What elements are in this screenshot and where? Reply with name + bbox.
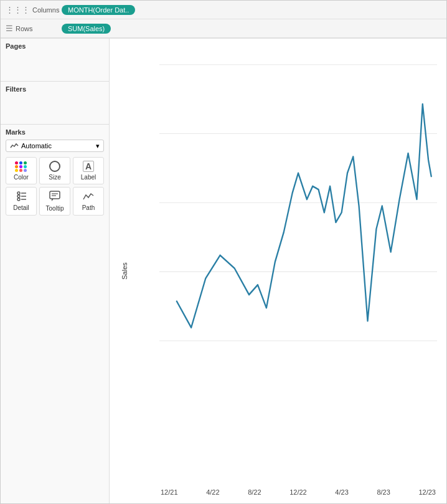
marks-type-dropdown[interactable]: Automatic ▾ — [6, 140, 104, 152]
x-label-423: 4/23 — [335, 488, 348, 496]
size-button[interactable]: Size — [39, 157, 70, 184]
filters-title: Filters — [6, 85, 104, 93]
detail-button[interactable]: Detail — [6, 187, 37, 216]
y-axis-label: Sales — [121, 262, 128, 280]
size-icon — [49, 161, 60, 172]
rows-shelf: ☰ Rows SUM(Sales) — [1, 19, 446, 38]
main-layout: Pages Filters Marks Automatic ▾ — [1, 39, 446, 503]
x-label-823: 8/23 — [377, 488, 390, 496]
color-button[interactable]: Color — [6, 157, 37, 184]
automatic-icon — [10, 141, 19, 150]
path-icon — [83, 191, 94, 202]
tooltip-label: Tooltip — [46, 205, 64, 212]
columns-icon: ⋮⋮⋮ — [6, 5, 30, 14]
x-label-822: 8/22 — [248, 488, 261, 496]
path-label: Path — [82, 204, 95, 211]
chart-svg: $120,000 $90,000 $60,000 $30,000 $0 — [159, 45, 437, 472]
columns-text: Columns — [32, 6, 59, 14]
rows-icon: ☰ — [6, 24, 13, 33]
svg-point-0 — [17, 192, 20, 194]
dropdown-arrow: ▾ — [96, 142, 100, 150]
detail-icon — [16, 191, 27, 202]
label-icon: A — [83, 161, 94, 172]
path-button[interactable]: Path — [73, 187, 104, 216]
chart-inner: $120,000 $90,000 $60,000 $30,000 $0 12/2… — [159, 45, 437, 472]
pages-body — [6, 52, 104, 77]
rows-text: Rows — [16, 25, 33, 32]
marks-buttons-grid: Color Size A Label — [6, 157, 104, 216]
label-text: Label — [81, 174, 96, 181]
label-button[interactable]: A Label — [73, 157, 104, 184]
pages-title: Pages — [6, 42, 104, 50]
tooltip-button[interactable]: Tooltip — [39, 187, 70, 216]
detail-label: Detail — [13, 204, 29, 211]
columns-shelf: ⋮⋮⋮ Columns MONTH(Order Dat.. — [1, 1, 446, 19]
marks-type-label: Automatic — [21, 142, 52, 150]
pages-section: Pages — [1, 39, 109, 82]
marks-title: Marks — [6, 128, 104, 136]
size-label: Size — [49, 174, 60, 181]
tooltip-icon — [49, 191, 60, 203]
rows-label: ☰ Rows — [6, 24, 62, 33]
x-label-422: 4/22 — [206, 488, 219, 496]
x-label-1223: 12/23 — [418, 488, 436, 496]
filters-body — [6, 95, 104, 120]
marks-type-left: Automatic — [10, 141, 52, 150]
x-axis: 12/21 4/22 8/22 12/22 4/23 8/23 12/23 — [159, 488, 437, 496]
x-label-1221: 12/21 — [161, 488, 178, 496]
rows-pill[interactable]: SUM(Sales) — [62, 24, 111, 34]
left-panel: Pages Filters Marks Automatic ▾ — [1, 39, 110, 503]
shelf-area: ⋮⋮⋮ Columns MONTH(Order Dat.. ☰ Rows SUM… — [1, 1, 446, 39]
svg-point-2 — [17, 198, 20, 201]
marks-section: Marks Automatic ▾ — [1, 125, 109, 503]
columns-label: ⋮⋮⋮ Columns — [6, 5, 62, 14]
chart-area: Sales $120,000 $90,000 $60,000 $30,000 $… — [110, 39, 446, 503]
svg-point-1 — [17, 195, 20, 197]
columns-pill[interactable]: MONTH(Order Dat.. — [62, 5, 135, 15]
x-label-1222: 12/22 — [289, 488, 307, 496]
sales-line — [177, 104, 431, 328]
filters-section: Filters — [1, 82, 109, 125]
color-label: Color — [14, 174, 29, 181]
svg-rect-6 — [50, 191, 60, 199]
color-icon — [15, 161, 27, 172]
